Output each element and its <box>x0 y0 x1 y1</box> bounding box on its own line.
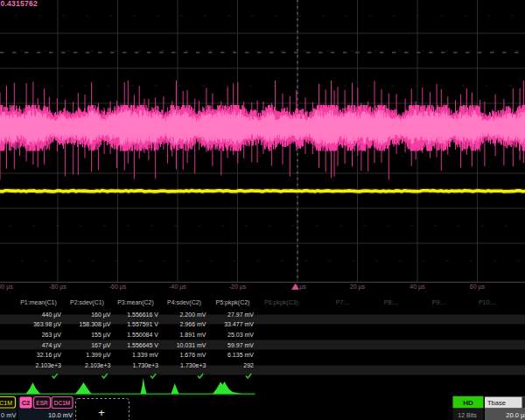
svg-text:Tbase: Tbase <box>487 399 506 407</box>
svg-text:12 Bits: 12 Bits <box>458 412 477 418</box>
svg-text:0.4315762: 0.4315762 <box>1 0 38 8</box>
svg-text:160 µV: 160 µV <box>91 312 111 318</box>
svg-text:-60 µs: -60 µs <box>109 284 127 290</box>
svg-text:HD: HD <box>463 399 473 407</box>
svg-text:25.03 mV: 25.03 mV <box>228 332 254 338</box>
svg-text:P4:sdev(C2): P4:sdev(C2) <box>167 299 201 306</box>
svg-text:2.103e+3: 2.103e+3 <box>36 362 61 368</box>
svg-text:20 µs: 20 µs <box>350 284 366 290</box>
svg-text:1.891 mV: 1.891 mV <box>180 332 206 338</box>
svg-text:P9:...: P9:... <box>432 299 446 305</box>
svg-text:2.103e+3: 2.103e+3 <box>85 362 110 368</box>
svg-text:6.135 mV: 6.135 mV <box>228 352 254 358</box>
svg-text:60 µs: 60 µs <box>470 284 486 290</box>
svg-text:2.200 mV: 2.200 mV <box>180 312 206 318</box>
svg-text:1.556645 V: 1.556645 V <box>127 342 158 348</box>
svg-text:P1:mean(C1): P1:mean(C1) <box>20 299 57 306</box>
svg-text:-20 µs: -20 µs <box>229 284 247 290</box>
svg-text:P3:mean(C2): P3:mean(C2) <box>117 299 154 306</box>
svg-text:363.98 µV: 363.98 µV <box>33 321 61 328</box>
svg-text:0 mV: 0 mV <box>1 411 17 419</box>
svg-text:1.339 mV: 1.339 mV <box>132 352 158 358</box>
svg-text:1.550084 V: 1.550084 V <box>127 332 158 338</box>
svg-text:155 µV: 155 µV <box>91 332 111 339</box>
svg-text:59.97 mV: 59.97 mV <box>228 342 254 348</box>
svg-text:10.031 mV: 10.031 mV <box>177 342 206 348</box>
svg-text:P7:...: P7:... <box>336 299 350 305</box>
svg-text:292: 292 <box>243 362 254 368</box>
svg-text:-40 µs: -40 µs <box>169 284 186 290</box>
svg-text:1.556616 V: 1.556616 V <box>127 312 158 318</box>
svg-text:1.676 mV: 1.676 mV <box>180 352 206 358</box>
svg-text:1.730e+3: 1.730e+3 <box>133 362 158 368</box>
svg-text:440 µV: 440 µV <box>42 312 62 318</box>
svg-text:20.0 µs: 20.0 µs <box>506 411 525 419</box>
svg-text:263 µV: 263 µV <box>42 332 62 339</box>
svg-text:40 µs: 40 µs <box>410 284 425 290</box>
svg-text:1.399 µV: 1.399 µV <box>86 352 110 359</box>
svg-text:32.16 µV: 32.16 µV <box>37 352 61 359</box>
svg-text:DC1M: DC1M <box>54 400 70 406</box>
svg-text:167 µV: 167 µV <box>91 342 111 349</box>
svg-text:-100 µs: -100 µs <box>0 284 13 290</box>
svg-text:10.0 mV: 10.0 mV <box>48 411 73 419</box>
svg-text:1.557591 V: 1.557591 V <box>127 321 158 327</box>
svg-text:P2:sdev(C1): P2:sdev(C1) <box>70 299 104 306</box>
svg-text:P8:...: P8:... <box>384 299 398 305</box>
svg-text:DC1M: DC1M <box>0 400 12 406</box>
svg-text:474 µV: 474 µV <box>42 342 62 349</box>
svg-text:-80 µs: -80 µs <box>49 284 66 290</box>
svg-text:C2: C2 <box>22 399 31 407</box>
svg-text:P5:pkpk(C2): P5:pkpk(C2) <box>216 299 250 306</box>
svg-text:27.97 mV: 27.97 mV <box>228 312 254 318</box>
svg-text:33.477 mV: 33.477 mV <box>224 321 254 327</box>
svg-text:P10:...: P10:... <box>479 299 496 305</box>
svg-text:158.308 µV: 158.308 µV <box>80 321 111 328</box>
svg-text:P6:pkpk(C3): P6:pkpk(C3) <box>264 299 298 306</box>
svg-text:2.966 mV: 2.966 mV <box>180 321 206 327</box>
svg-text:ESR: ESR <box>36 400 48 406</box>
svg-text:+: + <box>98 406 105 419</box>
svg-text:1.730e+3: 1.730e+3 <box>180 362 206 368</box>
